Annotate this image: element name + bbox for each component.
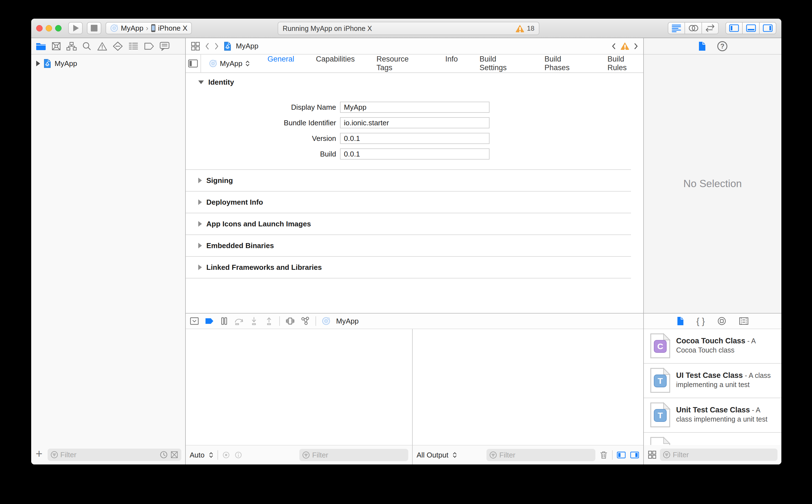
pause-icon[interactable] <box>220 317 229 326</box>
tab-capabilities[interactable]: Capabilities <box>316 55 355 72</box>
variables-view[interactable] <box>186 329 412 445</box>
back-chevron-icon[interactable] <box>205 42 210 50</box>
previous-issue-chevron-icon[interactable] <box>612 43 616 50</box>
library-filter-input[interactable] <box>673 451 775 459</box>
console-view-toggle-icon[interactable] <box>630 451 639 459</box>
disclosure-closed-icon[interactable] <box>198 178 202 183</box>
source-control-status-icon[interactable] <box>170 451 178 459</box>
bundle-identifier-input[interactable] <box>340 117 490 128</box>
tab-build-rules[interactable]: Build Rules <box>608 55 643 72</box>
template-partial-item[interactable] <box>644 433 781 445</box>
file-template-library-icon[interactable] <box>676 316 684 326</box>
targets-sidebar-toggle[interactable] <box>186 55 201 72</box>
test-navigator-icon[interactable] <box>112 41 123 51</box>
step-into-icon[interactable] <box>249 317 259 326</box>
scheme-selector[interactable]: MyApp › iPhone X <box>106 22 192 34</box>
navigator-filter-input[interactable] <box>60 451 157 459</box>
console-view[interactable] <box>413 329 643 445</box>
disclosure-closed-icon[interactable] <box>198 265 202 270</box>
object-library-icon[interactable] <box>717 316 727 326</box>
related-items-icon[interactable] <box>191 41 200 51</box>
variables-view-toggle-icon[interactable] <box>617 451 626 459</box>
issue-warning-icon[interactable] <box>620 42 629 50</box>
assistant-editor-button[interactable] <box>685 22 702 34</box>
warning-count[interactable]: 18 <box>527 25 534 32</box>
minimize-button[interactable] <box>46 25 52 31</box>
code-snippet-library-icon[interactable]: { } <box>696 316 705 326</box>
tab-general[interactable]: General <box>267 55 294 72</box>
issue-navigator-icon[interactable] <box>97 41 107 51</box>
source-control-navigator-icon[interactable] <box>51 41 61 51</box>
zoom-button[interactable] <box>55 25 62 31</box>
memory-graph-icon[interactable] <box>300 317 310 326</box>
standard-editor-button[interactable] <box>668 22 685 34</box>
divider <box>279 316 280 326</box>
template-cocoa-touch-class[interactable]: C Cocoa Touch Class - A Cocoa Touch clas… <box>644 329 781 364</box>
next-issue-chevron-icon[interactable] <box>634 43 638 50</box>
disclosure-open-icon[interactable] <box>198 80 204 84</box>
disclosure-closed-icon[interactable] <box>198 221 202 227</box>
app-icons-section-header[interactable]: App Icons and Launch Images <box>186 213 631 235</box>
grid-view-icon[interactable] <box>648 450 657 459</box>
project-root-row[interactable]: MyApp <box>31 58 185 69</box>
step-out-icon[interactable] <box>264 317 274 326</box>
disclosure-triangle-icon[interactable] <box>36 61 40 66</box>
console-filter-input[interactable] <box>499 451 593 459</box>
inspector-toggle-button[interactable] <box>759 22 776 34</box>
step-over-icon[interactable] <box>234 317 244 326</box>
variables-filter-input[interactable] <box>312 451 405 459</box>
navigator-toggle-button[interactable] <box>725 22 742 34</box>
project-navigator-icon[interactable] <box>36 42 46 51</box>
report-navigator-icon[interactable] <box>159 41 170 51</box>
info-icon[interactable] <box>234 451 243 459</box>
tab-resource-tags[interactable]: Resource Tags <box>376 55 424 72</box>
updown-chevrons-icon[interactable] <box>209 452 214 458</box>
updown-chevrons-icon[interactable] <box>452 452 457 458</box>
version-input[interactable] <box>340 133 490 144</box>
stop-button[interactable] <box>87 22 101 34</box>
file-inspector-icon[interactable] <box>698 41 706 51</box>
recent-files-clock-icon[interactable] <box>160 451 168 459</box>
variables-scope-icon[interactable] <box>222 451 230 459</box>
identity-section-header[interactable]: Identity <box>186 73 643 87</box>
variables-filter-field[interactable] <box>299 449 408 461</box>
view-hierarchy-icon[interactable] <box>285 317 295 326</box>
debug-area-toggle-button[interactable] <box>742 22 759 34</box>
forward-chevron-icon[interactable] <box>214 42 219 50</box>
close-button[interactable] <box>36 25 43 31</box>
activity-status-bar[interactable]: Running MyApp on iPhone X 18 <box>278 22 539 35</box>
search-navigator-icon[interactable] <box>82 41 92 51</box>
linked-frameworks-section-header[interactable]: Linked Frameworks and Libraries <box>186 257 631 278</box>
console-filter-field[interactable] <box>486 449 595 461</box>
debug-navigator-icon[interactable] <box>128 41 139 51</box>
console-scope-dropdown[interactable]: All Output <box>417 451 448 459</box>
disclosure-closed-icon[interactable] <box>198 199 202 205</box>
deployment-info-section-header[interactable]: Deployment Info <box>186 192 631 213</box>
build-input[interactable] <box>340 148 490 160</box>
quick-help-inspector-icon[interactable]: ? <box>717 41 727 51</box>
target-selector[interactable]: MyApp <box>209 59 250 68</box>
symbol-navigator-icon[interactable] <box>66 41 77 51</box>
run-button[interactable] <box>68 22 83 34</box>
signing-section-header[interactable]: Signing <box>186 170 631 192</box>
template-ui-test-case-class[interactable]: T UI Test Case Class - A class implement… <box>644 364 781 398</box>
media-library-icon[interactable] <box>739 317 749 325</box>
navigator-filter-field[interactable] <box>48 449 181 461</box>
breakpoint-navigator-icon[interactable] <box>144 42 154 50</box>
embedded-binaries-section-header[interactable]: Embedded Binaries <box>186 235 631 257</box>
tab-build-settings[interactable]: Build Settings <box>480 55 523 72</box>
variables-scope-dropdown[interactable]: Auto <box>190 451 205 459</box>
breakpoints-toggle-icon[interactable] <box>205 317 214 325</box>
version-editor-button[interactable] <box>702 22 719 34</box>
clear-console-trash-icon[interactable] <box>599 451 608 459</box>
debug-process-name[interactable]: MyApp <box>336 317 359 326</box>
template-unit-test-case-class[interactable]: T Unit Test Case Class - A class impleme… <box>644 398 781 433</box>
display-name-input[interactable] <box>340 102 490 113</box>
add-button[interactable]: + <box>35 448 44 461</box>
disclosure-closed-icon[interactable] <box>198 243 202 248</box>
tab-info[interactable]: Info <box>445 55 458 72</box>
hide-debug-area-icon[interactable] <box>190 317 199 325</box>
tab-build-phases[interactable]: Build Phases <box>544 55 586 72</box>
library-filter-field[interactable] <box>660 449 777 461</box>
breadcrumb-file[interactable]: MyApp <box>236 42 258 50</box>
